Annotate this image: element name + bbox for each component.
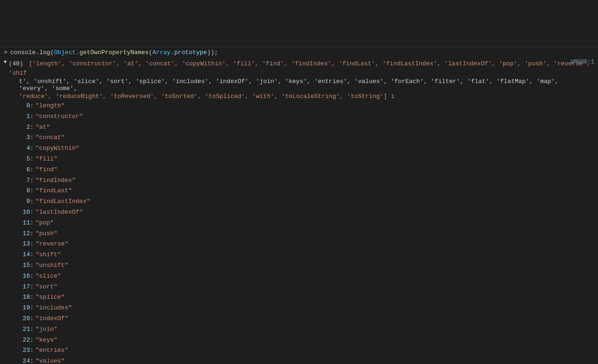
console-area: > console.log(Object.getOwnPropertyNames…: [0, 47, 598, 364]
array-item: 14:"shift": [0, 250, 598, 260]
array-item: 4:"copyWithin": [0, 143, 598, 154]
array-inline-3: 'reduce', 'reduceRight', 'toReversed', '…: [9, 92, 594, 100]
array-item: 10:"lastIndexOf": [0, 207, 598, 218]
array-item: 13:"reverse": [0, 239, 598, 250]
array-item: 12:"push": [0, 229, 598, 239]
array-item: 8:"findLast": [0, 186, 598, 196]
expand-arrow[interactable]: ▼: [4, 59, 7, 65]
top-bar: [0, 0, 598, 47]
prompt-arrow: >: [4, 49, 7, 56]
array-item: 15:"unshift": [0, 260, 598, 271]
array-item: 16:"slice": [0, 271, 598, 282]
array-item: 1:"constructor": [0, 112, 598, 122]
array-item: 22:"keys": [0, 335, 598, 346]
output-area: VM985:1 ▼ (40) ['length', 'constructor',…: [0, 58, 598, 364]
array-item: 17:"sort": [0, 282, 598, 293]
array-inline-2: t', 'unshift', 'slice', 'sort', 'splice'…: [9, 77, 594, 92]
console-input-line: > console.log(Object.getOwnPropertyNames…: [0, 47, 598, 58]
vm-ref: VM985:1: [571, 59, 594, 65]
array-item: 2:"at": [0, 122, 598, 133]
array-item: 0:"length": [0, 101, 598, 112]
console-command: console.log(Object.getOwnPropertyNames(A…: [10, 49, 218, 56]
array-item: 18:"splice": [0, 292, 598, 303]
array-item: 3:"concat": [0, 133, 598, 143]
array-item: 24:"values": [0, 356, 598, 364]
array-expanded: 0:"length"1:"constructor"2:"at"3:"concat…: [0, 101, 598, 364]
array-item: 11:"pop": [0, 218, 598, 229]
array-item: 23:"entries": [0, 345, 598, 356]
array-item: 5:"fill": [0, 154, 598, 165]
array-item: 19:"includes": [0, 303, 598, 314]
array-summary-line[interactable]: ▼ (40) ['length', 'constructor', 'at', '…: [0, 59, 598, 101]
array-item: 7:"findIndex": [0, 175, 598, 186]
array-inline-1: ['length', 'constructor', 'at', 'concat'…: [9, 60, 591, 77]
array-item: 20:"indexOf": [0, 314, 598, 324]
array-item: 21:"join": [0, 324, 598, 335]
info-icon[interactable]: i: [391, 93, 394, 100]
array-item: 6:"find": [0, 165, 598, 175]
array-count: (40): [9, 60, 23, 67]
array-item: 9:"findLastIndex": [0, 196, 598, 207]
